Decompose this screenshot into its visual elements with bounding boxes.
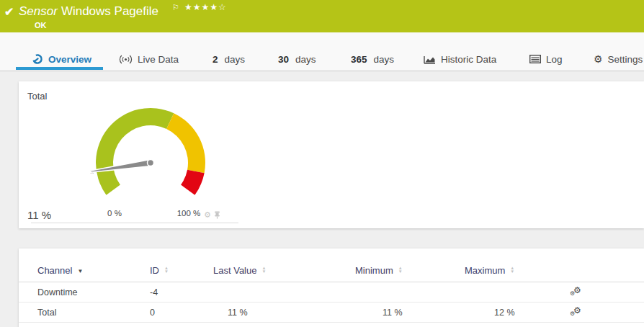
cell-id: -4: [150, 287, 213, 297]
active-tab-underline: [16, 67, 103, 70]
tab-log[interactable]: Log: [529, 51, 563, 67]
tab-30-days[interactable]: 30 days: [278, 51, 316, 67]
column-header-channel[interactable]: Channel ▼: [37, 255, 150, 276]
priority-stars[interactable]: ★★★★☆: [184, 2, 227, 12]
gauge-panel: Total x0 %100 % 11 % ⚙: [19, 81, 644, 228]
gauge-settings-gear-icon[interactable]: ⚙: [204, 211, 211, 219]
tab-number: 2: [213, 54, 218, 65]
tab-365-days[interactable]: 365 days: [351, 51, 394, 67]
ok-check-icon: ✔: [4, 5, 14, 19]
tab-2-days[interactable]: 2 days: [213, 51, 245, 67]
column-label: Minimum: [355, 265, 393, 276]
sort-both-icon: ▲▼: [164, 266, 169, 274]
tab-overview[interactable]: Overview: [32, 51, 91, 67]
channel-table-header: Channel ▼ ID ▲▼ Last Value ▲▼ Minimum ▲▼…: [19, 248, 644, 282]
svg-text:100 %: 100 %: [177, 209, 201, 218]
gauge-pin-icon[interactable]: [214, 211, 220, 219]
column-header-maximum[interactable]: Maximum ▲▼: [465, 255, 570, 276]
tab-label: Live Data: [138, 54, 179, 65]
tab-label: Overview: [48, 54, 91, 65]
tab-label: days: [225, 54, 246, 65]
column-header-id[interactable]: ID ▲▼: [150, 255, 213, 276]
tab-number: 30: [278, 54, 289, 65]
sort-desc-icon: ▼: [77, 268, 83, 274]
svg-text:0 %: 0 %: [107, 209, 122, 218]
tab-label: Historic Data: [441, 54, 496, 65]
channel-settings-gears-icon[interactable]: ⚙ ⚙: [570, 287, 583, 298]
total-gauge: x0 %100 %: [19, 81, 321, 225]
broadcast-icon: [119, 55, 133, 64]
gear-icon: ⚙: [594, 53, 603, 65]
sort-both-icon: ▲▼: [510, 266, 514, 274]
channel-table-panel: Channel ▼ ID ▲▼ Last Value ▲▼ Minimum ▲▼…: [19, 248, 644, 327]
cell-minimum: 11 %: [355, 308, 465, 318]
tab-live-data[interactable]: Live Data: [119, 51, 179, 67]
column-label: Last Value: [213, 265, 256, 276]
star-empty: ☆: [218, 2, 227, 12]
cell-channel: Total: [37, 308, 150, 318]
table-row-total: Total 0 11 % 11 % 12 % ⚙ ⚙: [19, 303, 644, 323]
sensor-title: SensorWindows Pagefile: [19, 4, 158, 19]
tab-number: 365: [351, 54, 367, 65]
tab-historic-data[interactable]: Historic Data: [424, 51, 496, 67]
cell-maximum: 12 %: [465, 308, 570, 318]
sort-both-icon: ▲▼: [398, 266, 403, 274]
channel-settings-gears-icon[interactable]: ⚙ ⚙: [570, 307, 583, 318]
tab-bar: Overview Live Data 2 days 30 days 365 da…: [0, 32, 644, 71]
stars-filled: ★★★★: [184, 2, 218, 12]
sort-both-icon: ▲▼: [261, 266, 266, 274]
gauge-divider: [31, 223, 238, 223]
area-chart-icon: [424, 55, 436, 64]
column-label: Channel: [37, 265, 72, 276]
table-row-downtime: Downtime -4 ⚙ ⚙: [19, 282, 644, 303]
tab-label: Settings: [608, 54, 643, 65]
column-header-last-value[interactable]: Last Value ▲▼: [213, 255, 355, 276]
log-list-icon: [529, 55, 541, 63]
tab-settings[interactable]: ⚙ Settings: [594, 51, 643, 67]
tab-label: Log: [546, 54, 563, 65]
column-label: Maximum: [465, 265, 505, 276]
gauge-footer-controls: ⚙: [204, 211, 220, 219]
gauge-current-value: 11 %: [27, 209, 51, 221]
status-badge: OK: [35, 21, 47, 30]
column-label: ID: [150, 265, 159, 276]
flag-icon[interactable]: ⚐: [172, 3, 179, 12]
tab-label: days: [295, 54, 316, 65]
sensor-name: Windows Pagefile: [61, 4, 158, 18]
sensor-status-bar: ✔ SensorWindows Pagefile ⚐ ★★★★☆ OK: [0, 0, 644, 32]
cell-id: 0: [150, 308, 213, 318]
gauge-icon: [32, 53, 43, 65]
cell-last-value: 11 %: [213, 308, 355, 318]
cell-channel: Downtime: [37, 287, 150, 297]
sensor-type-label: Sensor: [19, 4, 58, 18]
tab-label: days: [374, 54, 395, 65]
column-header-minimum[interactable]: Minimum ▲▼: [355, 255, 465, 276]
